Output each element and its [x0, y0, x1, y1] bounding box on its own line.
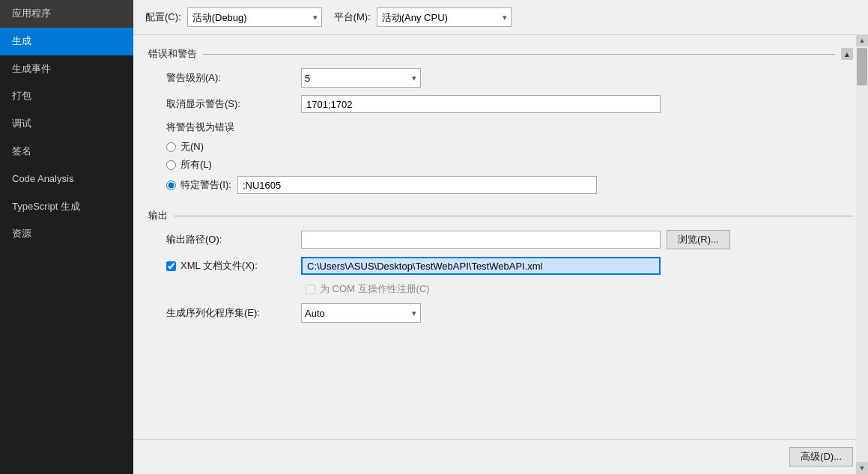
xml-doc-label: XML 文档文件(X):	[180, 259, 258, 273]
radio-none[interactable]	[166, 142, 176, 152]
suppress-warnings-control	[301, 95, 676, 113]
config-group: 配置(C): 活动(Debug) Debug Release 所有配置	[145, 7, 322, 27]
warning-level-label: 警告级别(A):	[166, 71, 301, 85]
config-select-wrapper: 活动(Debug) Debug Release 所有配置	[187, 7, 322, 27]
radio-all-row: 所有(L)	[148, 158, 853, 171]
output-divider	[174, 216, 853, 216]
errors-warnings-header: 错误和警告 ▲	[148, 47, 853, 61]
errors-warnings-divider	[203, 54, 835, 55]
sidebar-item-typescript[interactable]: TypeScript 生成	[0, 193, 133, 221]
serialization-select[interactable]: Auto On Off	[301, 303, 421, 323]
errors-warnings-collapse-btn[interactable]: ▲	[841, 48, 853, 60]
content-area: 错误和警告 ▲ 警告级别(A): 5 0 1 2 3 4	[133, 35, 868, 439]
platform-select[interactable]: 活动(Any CPU) Any CPU x86 x64	[377, 7, 512, 27]
sidebar-item-sign[interactable]: 签名	[0, 138, 133, 165]
sidebar-item-code-analysis[interactable]: Code Analysis	[0, 165, 133, 193]
serialization-row: 生成序列化程序集(E): Auto On Off	[148, 303, 853, 323]
xml-doc-row: XML 文档文件(X):	[148, 257, 853, 275]
platform-select-wrapper: 活动(Any CPU) Any CPU x86 x64	[377, 7, 512, 27]
suppress-warnings-label: 取消显示警告(S):	[166, 97, 301, 111]
sidebar: 应用程序 生成 生成事件 打包 调试 签名 Code Analysis Type…	[0, 0, 133, 474]
scrollbar: ▲ ▼	[856, 34, 868, 474]
warning-level-row: 警告级别(A): 5 0 1 2 3 4	[148, 68, 853, 88]
scrollbar-thumb[interactable]	[857, 48, 867, 85]
topbar: 配置(C): 活动(Debug) Debug Release 所有配置 平台(M…	[133, 0, 868, 35]
errors-warnings-title: 错误和警告	[148, 47, 197, 61]
config-label: 配置(C):	[145, 10, 181, 24]
xml-doc-checkbox-group: XML 文档文件(X):	[166, 259, 301, 273]
warning-level-select-wrapper: 5 0 1 2 3 4	[301, 68, 421, 88]
main-panel: 配置(C): 活动(Debug) Debug Release 所有配置 平台(M…	[133, 0, 868, 474]
output-path-label: 输出路径(O):	[166, 233, 301, 246]
browse-button[interactable]: 浏览(R)...	[667, 230, 730, 249]
advanced-button[interactable]: 高级(D)...	[789, 447, 853, 467]
serialization-select-wrapper: Auto On Off	[301, 303, 421, 323]
platform-group: 平台(M): 活动(Any CPU) Any CPU x86 x64	[334, 7, 512, 27]
radio-specific-group: 特定警告(I):	[180, 176, 597, 194]
output-path-row: 输出路径(O): 浏览(R)...	[148, 230, 853, 249]
config-select[interactable]: 活动(Debug) Debug Release 所有配置	[187, 7, 322, 27]
warning-level-select[interactable]: 5 0 1 2 3 4	[301, 68, 421, 88]
sidebar-item-build-events[interactable]: 生成事件	[0, 55, 133, 83]
radio-all[interactable]	[166, 160, 176, 170]
output-path-input[interactable]	[301, 231, 661, 249]
radio-specific[interactable]	[166, 180, 176, 190]
output-section: 输出 输出路径(O): 浏览(R)... XML 文档文件(X):	[148, 209, 853, 323]
xml-doc-checkbox[interactable]	[166, 261, 176, 271]
com-register-label: 为 COM 互操作性注册(C)	[320, 282, 430, 296]
output-path-group: 浏览(R)...	[301, 230, 730, 249]
radio-specific-label: 特定警告(I):	[180, 178, 231, 192]
com-register-checkbox[interactable]	[306, 285, 315, 294]
suppress-warnings-input[interactable]	[301, 95, 661, 113]
errors-warnings-section: 错误和警告 ▲ 警告级别(A): 5 0 1 2 3 4	[148, 47, 853, 194]
scrollbar-up-arrow[interactable]: ▲	[856, 34, 868, 46]
radio-specific-row: 特定警告(I):	[148, 176, 853, 194]
specific-warnings-input[interactable]	[237, 176, 597, 194]
output-title: 输出	[148, 209, 168, 222]
treat-as-errors-label: 将警告视为错误	[166, 121, 234, 133]
scrollbar-track	[856, 46, 868, 462]
output-header: 输出	[148, 209, 853, 222]
sidebar-item-resources[interactable]: 资源	[0, 220, 133, 248]
radio-none-label: 无(N)	[180, 140, 204, 154]
suppress-warnings-row: 取消显示警告(S):	[148, 95, 853, 113]
sidebar-item-debug[interactable]: 调试	[0, 110, 133, 138]
serialization-label: 生成序列化程序集(E):	[166, 306, 301, 320]
scrollbar-down-arrow[interactable]: ▼	[856, 462, 868, 474]
radio-none-row: 无(N)	[148, 140, 853, 154]
sidebar-item-build[interactable]: 生成	[0, 28, 133, 55]
sidebar-item-pack[interactable]: 打包	[0, 82, 133, 110]
bottom-bar: 高级(D)...	[133, 439, 868, 474]
sidebar-item-app[interactable]: 应用程序	[0, 0, 133, 28]
radio-all-label: 所有(L)	[180, 158, 212, 171]
com-register-row: 为 COM 互操作性注册(C)	[148, 282, 853, 296]
warning-level-control: 5 0 1 2 3 4	[301, 68, 676, 88]
platform-label: 平台(M):	[334, 10, 371, 24]
xml-doc-input[interactable]	[301, 257, 661, 275]
